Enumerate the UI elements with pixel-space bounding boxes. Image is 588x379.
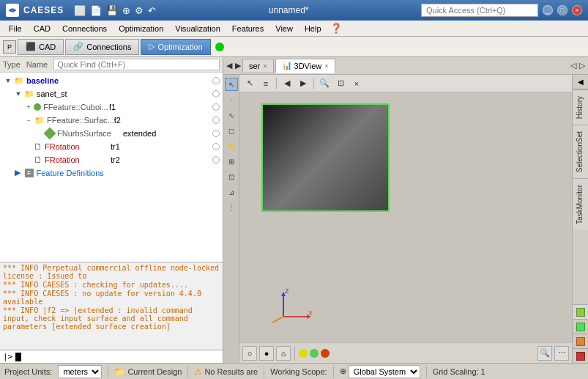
far-right-top-btn[interactable]: ◀: [573, 75, 588, 89]
toolbar-area: P ⬛ CAD 🔗 Connections ▷ Optimization: [0, 37, 588, 57]
console-input-row: |>: [0, 350, 223, 363]
vp-colors: [299, 349, 330, 358]
select-tool-btn[interactable]: ↖: [225, 78, 238, 91]
tab-connections[interactable]: 🔗 Connections: [65, 39, 139, 55]
selection-set-tab[interactable]: SelectionSet: [573, 125, 588, 178]
menu-file[interactable]: File: [3, 23, 28, 34]
3dview-icon: 📊: [282, 61, 292, 70]
surface-tool-btn[interactable]: ◻: [225, 124, 238, 137]
menu-visualization[interactable]: Visualization: [169, 23, 226, 34]
analysis-tool-btn[interactable]: ⊿: [225, 185, 238, 199]
feature-definitions-row[interactable]: ▶ F Feature Definitions: [0, 166, 223, 179]
tree-item-f2[interactable]: − 📁 FFeature::Surfac... f2: [0, 114, 223, 127]
main-layout: Type Name ▼ 📁 baseline ▼ 📁 sanet_st: [0, 57, 588, 363]
menu-connections[interactable]: Connections: [56, 23, 113, 34]
color-red[interactable]: [321, 349, 330, 358]
far-right-green-1[interactable]: [573, 304, 588, 319]
save-icon[interactable]: 💾: [106, 5, 118, 16]
far-right-orange[interactable]: [573, 334, 588, 348]
tree-label-f2: f2: [114, 116, 121, 125]
tree-item-baseline[interactable]: ▼ 📁 baseline: [0, 74, 223, 87]
history-tab[interactable]: History: [573, 89, 588, 125]
tree-toggle-sanet_st[interactable]: ▼: [13, 89, 23, 99]
tree-label-baseline: baseline: [26, 76, 59, 85]
next-btn[interactable]: ▶: [296, 76, 310, 91]
tab-3dview-close[interactable]: ×: [324, 62, 328, 70]
tree-item-tr1[interactable]: 🗋 FRotation tr1: [0, 140, 223, 153]
vp-zoom-btn[interactable]: 🔍: [537, 346, 552, 361]
list-tool-btn[interactable]: ≡: [258, 76, 273, 91]
snap-tool-btn[interactable]: ⊡: [225, 170, 238, 183]
tab-optimization[interactable]: ▷ Optimization: [141, 39, 210, 55]
project-units-select[interactable]: meters: [58, 365, 102, 378]
grid-scaling-label: Grid Scaling:: [433, 367, 479, 376]
tree-search-input[interactable]: [53, 59, 220, 70]
tab-nav-left[interactable]: ◀: [225, 59, 234, 72]
vp-btn-home[interactable]: ⌂: [276, 346, 291, 361]
tab-3dview[interactable]: 📊 3DView ×: [275, 59, 335, 73]
transform-tool-btn[interactable]: ⊞: [225, 155, 238, 168]
far-right-green-2[interactable]: [573, 319, 588, 334]
close-button[interactable]: ×: [572, 5, 582, 15]
app-title-text: CAESES: [23, 5, 64, 15]
viewport-main[interactable]: Z X: [239, 92, 572, 342]
tree-status-tr2: [212, 156, 220, 163]
task-monitor-tab[interactable]: TaskMonitor: [573, 178, 588, 230]
prev-btn[interactable]: ◀: [280, 76, 294, 91]
vp-btn-circle[interactable]: ○: [242, 346, 257, 361]
menu-view[interactable]: View: [269, 23, 299, 34]
cursor-tool-btn[interactable]: ↖: [242, 76, 257, 91]
undo-icon[interactable]: ↶: [148, 5, 156, 16]
vp-more-btn[interactable]: ⋯: [554, 346, 569, 361]
measure-tool-btn[interactable]: 📏: [225, 139, 238, 152]
cad-tab-label: CAD: [39, 43, 56, 51]
menu-help[interactable]: Help: [299, 23, 327, 34]
panel-toggle-btn[interactable]: P: [3, 40, 16, 54]
point-tool-btn[interactable]: ·: [225, 93, 238, 106]
menu-features[interactable]: Features: [226, 23, 269, 34]
tree-toggle-baseline[interactable]: ▼: [3, 76, 13, 86]
minimize-button[interactable]: _: [543, 5, 553, 15]
vp-btn-circle-fill[interactable]: ●: [259, 346, 274, 361]
frame-tool-btn[interactable]: ⊡: [333, 76, 348, 91]
connect-icon[interactable]: ⊕: [122, 5, 130, 16]
tree-toggle-f1[interactable]: +: [23, 102, 34, 112]
settings-icon[interactable]: ⚙: [135, 5, 144, 16]
tab-ser-label: ser: [249, 62, 260, 70]
connections-tab-label: Connections: [86, 43, 131, 51]
tab-nav-right[interactable]: ▶: [234, 59, 242, 72]
menu-optimization[interactable]: Optimization: [113, 23, 169, 34]
view-tool-sep-1: [276, 78, 277, 89]
grid-scaling-value: 1: [481, 367, 485, 376]
more-tool-btn[interactable]: ⋮: [225, 201, 238, 214]
tree-status-baseline: [212, 77, 220, 84]
tab-scroll-left[interactable]: ◁: [569, 59, 578, 72]
help-icon[interactable]: ❓: [330, 23, 342, 34]
tree-item-extended[interactable]: FNurbsSurface extended: [0, 127, 223, 140]
quick-access-input[interactable]: [421, 4, 538, 17]
close-view-btn[interactable]: ×: [349, 76, 364, 91]
zoom-tool-btn[interactable]: 🔍: [317, 76, 332, 91]
tab-cad[interactable]: ⬛ CAD: [18, 39, 64, 55]
far-right-spacer: [573, 230, 588, 304]
tree-item-tr2[interactable]: 🗋 FRotation tr2: [0, 153, 223, 166]
far-right-red[interactable]: [573, 348, 588, 363]
tab-scroll-right[interactable]: ▷: [578, 59, 587, 72]
tab-ser[interactable]: ser ×: [242, 59, 274, 73]
tree-toggle-f2[interactable]: −: [23, 115, 34, 125]
tree-label-tr2: tr2: [111, 155, 120, 164]
console-line-3: *** INFO CAESES : no update for version …: [3, 290, 220, 306]
tree-item-f1[interactable]: + FFeature::Cuboi... f1: [0, 100, 223, 114]
tab-ser-close[interactable]: ×: [263, 62, 267, 70]
curve-tool-btn[interactable]: ∿: [225, 108, 238, 122]
open-icon[interactable]: 📄: [90, 5, 102, 16]
global-system-select[interactable]: Global System: [349, 365, 420, 378]
tree-item-sanet_st[interactable]: ▼ 📁 sanet_st: [0, 87, 223, 100]
restore-button[interactable]: □: [557, 5, 567, 15]
color-green[interactable]: [310, 349, 319, 358]
color-yellow[interactable]: [299, 349, 308, 358]
menu-cad[interactable]: CAD: [28, 23, 56, 34]
new-icon[interactable]: ⬜: [74, 5, 86, 16]
tree-label-extended: extended: [123, 129, 156, 138]
view-container: ↖ · ∿ ◻ 📏 ⊞ ⊡ ⊿ ⋮ ↖ ≡ ◀ ▶: [223, 75, 588, 363]
